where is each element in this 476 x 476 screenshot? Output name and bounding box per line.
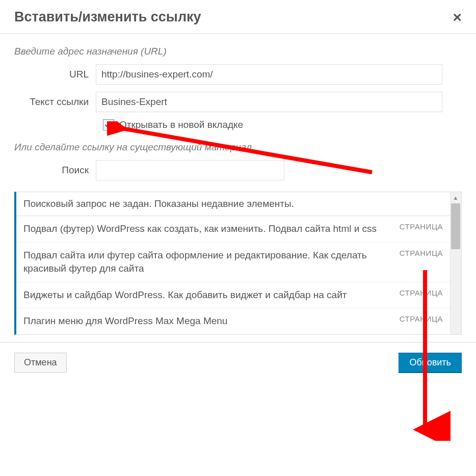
result-title: Подвал сайта или футер сайта оформление … [23,249,400,276]
link-dialog: Вставить/изменить ссылку × Введите адрес… [0,0,476,384]
result-type: СТРАНИЦА [400,288,443,297]
new-tab-checkbox[interactable] [103,119,114,130]
link-text-label: Текст ссылки [14,96,96,108]
results-panel: ▲ Поисковый запрос не задан. Показаны не… [14,192,462,335]
result-item[interactable]: Виджеты и сайдбар WordPress. Как добавит… [16,282,450,309]
submit-button[interactable]: Обновить [399,353,462,373]
dialog-title: Вставить/изменить ссылку [14,9,201,25]
result-title: Виджеты и сайдбар WordPress. Как добавит… [23,288,400,302]
dialog-header: Вставить/изменить ссылку × [0,0,476,34]
search-label: Поиск [14,165,96,176]
link-text-row: Текст ссылки [14,92,462,112]
url-section-label: Введите адрес назначения (URL) [14,46,462,57]
close-icon[interactable]: × [453,10,462,25]
result-type: СТРАНИЦА [400,249,443,257]
scrollbar-track[interactable]: ▲ [450,192,461,334]
link-text-input[interactable] [96,92,442,112]
results-header: Поисковый запрос не задан. Показаны неда… [16,192,450,216]
dialog-body: Введите адрес назначения (URL) URL Текст… [0,34,476,342]
search-row: Поиск [14,160,462,180]
result-item[interactable]: Подвал (футер) WordPress как создать, ка… [16,216,450,243]
result-type: СТРАНИЦА [400,222,443,231]
cancel-button[interactable]: Отмена [14,353,67,373]
search-input[interactable] [96,160,284,180]
new-tab-row: Открывать в новой вкладке [103,119,462,130]
url-row: URL [14,64,462,85]
existing-section-label: Или сделайте ссылку на существующий мате… [14,142,462,153]
scrollbar-thumb[interactable] [451,203,460,249]
scrollbar-up-icon[interactable]: ▲ [450,192,461,203]
result-type: СТРАНИЦА [400,314,443,323]
dialog-footer: Отмена Обновить [0,342,476,384]
result-item[interactable]: Подвал сайта или футер сайта оформление … [16,243,450,282]
result-item[interactable]: Плагин меню для WordPress Max Mega Menu … [16,308,450,334]
result-title: Подвал (футер) WordPress как создать, ка… [23,222,400,236]
url-input[interactable] [96,64,442,85]
result-title: Плагин меню для WordPress Max Mega Menu [23,314,400,328]
url-label: URL [14,69,96,80]
new-tab-label: Открывать в новой вкладке [119,119,243,130]
